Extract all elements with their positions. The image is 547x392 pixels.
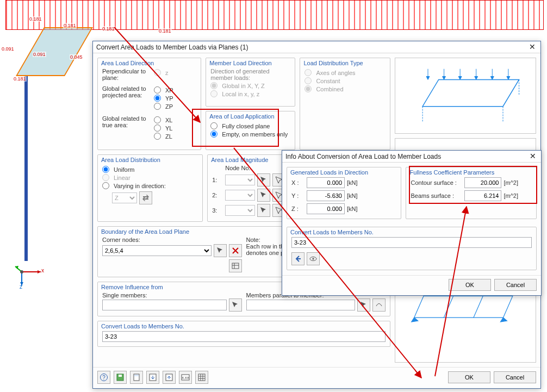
xxx-format-icon[interactable]: X.XX: [179, 371, 192, 384]
radio-global-xyz: Global in X, Y, Z: [210, 82, 290, 89]
svg-text:?: ?: [102, 375, 105, 381]
svg-marker-14: [458, 77, 462, 80]
combo-corner-nodes[interactable]: 2,6,5,4: [102, 245, 212, 256]
dim-label: 0.181: [158, 28, 172, 34]
export-icon[interactable]: [163, 371, 176, 384]
group-legend: Area Load Distribution: [101, 157, 160, 163]
input-single-members[interactable]: [102, 300, 227, 310]
value-z[interactable]: [307, 203, 345, 214]
group-legend: Convert Loads to Members No.: [290, 229, 374, 235]
group-legend: Boundary of the Area Load Plane: [101, 228, 189, 235]
label-corner-nodes: Corner nodes:: [102, 237, 242, 243]
input-convert-members[interactable]: [102, 331, 386, 342]
cancel-button[interactable]: Cancel: [494, 279, 537, 291]
svg-marker-18: [490, 77, 494, 80]
value-beams[interactable]: [464, 190, 501, 201]
row-index: 3:: [212, 207, 223, 214]
svg-marker-1: [38, 270, 41, 273]
input-parallel-members[interactable]: [246, 300, 356, 310]
ok-button[interactable]: OK: [449, 279, 491, 291]
label-true-area: Global related to true area:: [102, 115, 148, 128]
value-x[interactable]: [307, 177, 345, 188]
save-icon[interactable]: [114, 371, 127, 384]
svg-marker-16: [475, 77, 478, 80]
group-legend: Remove Influence from: [101, 284, 163, 290]
dim-label: 0.045: [70, 54, 83, 60]
pick-members-icon[interactable]: [229, 298, 242, 312]
group-legend: Convert Loads to Members No.: [101, 323, 184, 329]
svg-marker-8: [422, 79, 519, 106]
swap-direction-button: [139, 191, 152, 204]
unit-label: [m^2]: [504, 192, 518, 199]
delete-icon[interactable]: [229, 244, 242, 257]
axis-label-x: x: [41, 267, 44, 273]
back-arrow-icon[interactable]: [291, 252, 304, 265]
radio-dir-z: z: [154, 69, 169, 76]
radio-varying[interactable]: Varying in direction:: [102, 182, 198, 189]
input-convert-members[interactable]: [291, 237, 532, 248]
close-icon[interactable]: ✕: [528, 152, 538, 161]
calculator-icon[interactable]: [130, 371, 143, 384]
svg-rect-47: [119, 375, 122, 377]
radio-dir-zl[interactable]: ZL: [154, 133, 172, 140]
close-icon[interactable]: ✕: [527, 42, 537, 52]
axis-label-z: z: [20, 284, 22, 290]
help-icon[interactable]: ?: [97, 371, 110, 384]
select-parallel-icon[interactable]: [372, 298, 386, 312]
radio-constant: Constant: [304, 77, 386, 84]
unit-label: [kN]: [347, 179, 358, 186]
row-index: 2:: [212, 192, 223, 198]
radio-dir-xl[interactable]: XL: [154, 116, 172, 123]
svg-marker-20: [507, 77, 510, 80]
pick-node-icon[interactable]: [257, 189, 270, 202]
dim-label: 0.181: [102, 26, 115, 32]
dim-label: 0.181: [63, 23, 77, 28]
value-contour[interactable]: [464, 177, 501, 188]
radio-local-xyz: Local in x, y, z: [210, 90, 290, 97]
svg-rect-54: [198, 374, 205, 381]
pick-node-icon[interactable]: [257, 204, 270, 217]
radio-empty-members[interactable]: Empty, on members only: [210, 130, 290, 138]
cancel-button[interactable]: Cancel: [494, 371, 536, 383]
radio-dir-zp[interactable]: ZP: [154, 103, 173, 110]
svg-marker-41: [501, 318, 507, 322]
radio-dir-yp[interactable]: YP: [154, 95, 173, 102]
radio-uniform[interactable]: Uniform: [102, 166, 198, 173]
pick-parallel-icon[interactable]: [357, 298, 370, 312]
value-y[interactable]: [307, 190, 345, 201]
dialog-title: Info About Conversion of Area Load to Me…: [285, 151, 441, 163]
ok-button[interactable]: OK: [448, 371, 490, 383]
group-legend: Generated Loads in Direction: [290, 169, 368, 176]
label-single-members: Single members:: [102, 292, 242, 298]
eye-icon[interactable]: [307, 252, 320, 265]
group-legend: Member Load Direction: [209, 60, 271, 66]
pick-nodes-icon[interactable]: [214, 244, 227, 257]
group-legend: Fullness Coefficient Parameters: [409, 169, 494, 176]
svg-text:X.XX: X.XX: [182, 376, 189, 379]
group-legend: Load Distribution Type: [303, 60, 363, 66]
axis-gizmo[interactable]: x z: [11, 256, 43, 288]
pick-node-icon[interactable]: [257, 173, 270, 186]
param-label: Beams surface :: [411, 192, 462, 199]
dim-label: 0.181: [29, 16, 42, 22]
table-button[interactable]: [229, 259, 242, 272]
radio-dir-yl[interactable]: YL: [154, 125, 172, 132]
column-header-node: Node No.: [225, 165, 258, 171]
radio-fully-closed[interactable]: Fully closed plane: [210, 122, 290, 129]
unit-label: [kN]: [347, 206, 358, 212]
group-legend: Area Load Direction: [101, 60, 154, 66]
svg-point-6: [20, 270, 23, 273]
axis-label: Z :: [291, 206, 304, 212]
combo-node-2: [225, 190, 255, 201]
unit-label: [kN]: [347, 192, 358, 199]
matrix-icon[interactable]: [195, 371, 208, 384]
combo-node-1: [225, 175, 255, 185]
radio-linear: Linear: [102, 174, 198, 181]
import-icon[interactable]: [146, 371, 159, 384]
combo-node-3: [225, 205, 255, 216]
svg-rect-7: [232, 263, 239, 269]
axis-label: X :: [291, 179, 304, 186]
radio-dir-xp[interactable]: XP: [154, 86, 173, 94]
dim-label: 0.091: [1, 46, 15, 52]
dialog-title: Convert Area Loads to Member Loads via P…: [96, 41, 248, 53]
